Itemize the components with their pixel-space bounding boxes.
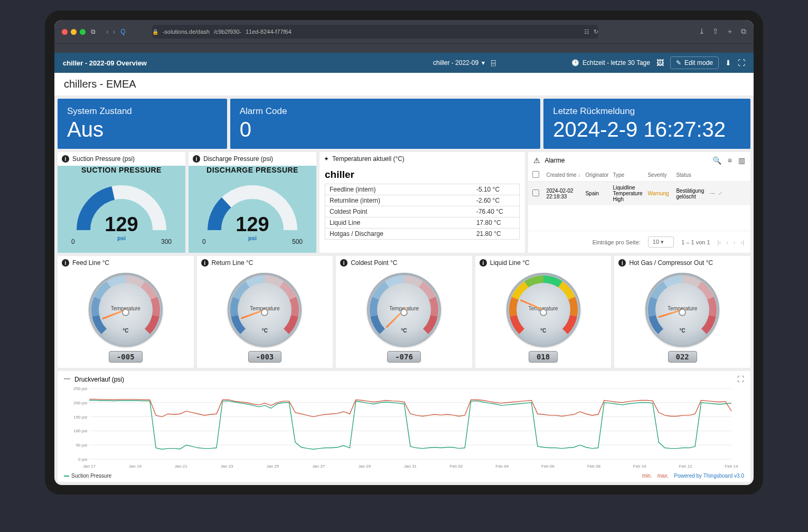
more-icon[interactable]: ⋯	[710, 191, 715, 196]
time-window[interactable]: 🕑 Echtzeit - letzte 30 Tage	[571, 59, 650, 66]
export-picture-icon[interactable]: 🖼	[656, 59, 664, 67]
columns-icon[interactable]: ▥	[738, 156, 745, 165]
app-header: chiller - 2022-09 Overview chiller - 202…	[54, 53, 754, 73]
devices-icon[interactable]: ⌸	[491, 59, 495, 67]
reader-icon[interactable]: ☷	[584, 28, 589, 35]
alarms-widget: ⚠ Alarme 🔍 ≡ ▥ Created time ↓ Originator…	[528, 152, 750, 253]
warning-icon: ⚠	[533, 156, 540, 165]
sidebar-icon[interactable]: ⧉	[91, 28, 96, 35]
kpi-label: Alarm Code	[240, 106, 531, 117]
round-dial: Temperature °C	[89, 273, 163, 347]
browser-chrome: ⧉ ‹› Q 🔒 -solutions.de/dash /c9b2f930- 1…	[54, 20, 754, 43]
svg-text:200 psi: 200 psi	[73, 401, 87, 405]
page-next-icon[interactable]: ›	[734, 239, 736, 245]
round-dial: Temperature °C	[506, 273, 580, 347]
temperature-gauge-widget: iFeed Line °C Temperature °C -005	[58, 256, 194, 368]
kpi-value: Aus	[67, 118, 218, 141]
line-chart[interactable]: 0 psi50 psi100 psi150 psi200 psi250 psiJ…	[64, 385, 744, 470]
svg-text:Feb 04: Feb 04	[495, 464, 509, 469]
info-icon[interactable]: i	[62, 259, 69, 267]
page-title: chillers - EMEA	[54, 73, 754, 96]
info-icon[interactable]: i	[62, 155, 69, 163]
legend-min: min.	[642, 473, 652, 479]
refresh-icon[interactable]: ↻	[594, 28, 598, 35]
pressure-gauge-widget: iSuction Pressure (psi) SUCTION PRESSURE…	[58, 152, 185, 253]
temperatures-widget: ✦Temperaturen aktuell (°C) chiller Feedl…	[320, 152, 525, 253]
svg-text:250 psi: 250 psi	[73, 386, 87, 391]
svg-text:Jan 31: Jan 31	[404, 464, 417, 469]
newtab-icon[interactable]: ＋	[726, 27, 734, 36]
page-first-icon[interactable]: |‹	[718, 239, 721, 245]
download-icon[interactable]: ⬇	[725, 59, 731, 67]
gauge-value: 129	[236, 213, 269, 236]
table-row: Coldest Point-76.40 °C	[325, 206, 520, 217]
gauge-lcd-value: 022	[668, 351, 697, 363]
kpi-label: Letzte Rückmeldung	[553, 106, 741, 117]
round-dial: Temperature °C	[228, 273, 302, 347]
nav-back-icon[interactable]: ‹	[106, 27, 109, 36]
svg-text:Jan 19: Jan 19	[129, 464, 142, 469]
info-icon[interactable]: i	[193, 155, 200, 163]
round-dial: Temperature °C	[367, 273, 441, 347]
chart-line-icon: 〰	[64, 376, 70, 383]
chevron-down-icon: ▾	[482, 59, 485, 66]
temperature-gauge-widget: iColdest Point °C Temperature °C -076	[336, 256, 472, 368]
gauge-lcd-value: -003	[248, 351, 282, 363]
info-icon[interactable]: i	[480, 259, 487, 267]
url-host: -solutions.de/dash	[163, 28, 210, 35]
table-row: Feedline (intern)-5.10 °C	[325, 184, 520, 195]
table-row: Returnline (intern)-2.60 °C	[325, 195, 520, 206]
row-checkbox[interactable]	[532, 189, 539, 196]
gauge-lcd-value: -076	[387, 351, 421, 363]
gauge-lcd-value: 018	[529, 351, 558, 363]
kpi-label: System Zustand	[67, 106, 218, 117]
temperature-gauge-widget: iReturn Line °C Temperature °C -003	[197, 256, 333, 368]
nav-forward-icon[interactable]: ›	[113, 27, 116, 36]
filter-icon[interactable]: ≡	[728, 156, 732, 165]
bookmark-bar	[54, 43, 754, 53]
svg-text:Feb 02: Feb 02	[449, 464, 463, 469]
info-icon[interactable]: i	[201, 259, 209, 267]
fullscreen-icon[interactable]: ⛶	[737, 375, 744, 383]
svg-text:50 psi: 50 psi	[76, 443, 88, 448]
url-path: /c9b2f930-	[214, 28, 241, 35]
temps-entity-title: chiller	[325, 168, 520, 184]
info-icon[interactable]: i	[340, 259, 347, 267]
url-bar[interactable]: 🔒 -solutions.de/dash /c9b2f930- 11ed-824…	[152, 25, 598, 39]
widget-title: Return Line °C	[212, 259, 253, 267]
tabs-icon[interactable]: ⧉	[741, 27, 746, 36]
temps-table: Feedline (intern)-5.10 °CReturnline (int…	[325, 184, 520, 240]
window-controls[interactable]	[62, 29, 86, 35]
legend-item[interactable]: Suction Pressure	[64, 473, 111, 479]
edit-mode-button[interactable]: ✎ Edit mode	[670, 56, 719, 69]
clock-icon: 🕑	[571, 59, 579, 66]
info-icon[interactable]: i	[618, 259, 626, 267]
alarm-row[interactable]: 2024-02-02 22:18:33 Spain Liquidline Tem…	[528, 182, 750, 205]
pencil-icon: ✎	[676, 59, 681, 66]
svg-text:Jan 17: Jan 17	[83, 464, 96, 469]
search-icon[interactable]: 🔍	[712, 156, 721, 165]
alarms-header-row: Created time ↓ Originator Type Severity …	[528, 169, 750, 182]
download-icon[interactable]: ⤓	[699, 27, 705, 36]
powered-by: Powered by Thingsboard v3.0	[674, 473, 744, 479]
kpi-card: Letzte Rückmeldung 2024-2-9 16:27:32	[543, 99, 750, 149]
ack-icon[interactable]: ✓	[718, 191, 722, 196]
svg-text:Feb 12: Feb 12	[679, 464, 692, 469]
pressure-gauge-widget: iDischarge Pressure (psi) DISCHARGE PRES…	[189, 152, 316, 253]
page-size-select[interactable]: 10 ▾	[648, 236, 674, 248]
svg-text:Feb 10: Feb 10	[633, 464, 646, 469]
kpi-card: Alarm Code 0	[230, 99, 541, 149]
select-all-checkbox[interactable]	[532, 171, 539, 178]
lock-icon: 🔒	[152, 29, 158, 35]
page-prev-icon[interactable]: ‹	[726, 239, 728, 245]
page-last-icon[interactable]: ›|	[740, 239, 744, 245]
entity-selector[interactable]: chiller - 2022-09 ▾	[433, 59, 485, 66]
share-icon[interactable]: ⇧	[712, 27, 719, 36]
gauge-lcd-value: -005	[109, 351, 143, 363]
fullscreen-icon[interactable]: ⛶	[738, 59, 745, 67]
svg-text:Jan 27: Jan 27	[312, 464, 325, 469]
widget-title: Coldest Point °C	[351, 259, 397, 267]
url-path: 11ed-8244-f77f64	[246, 28, 292, 35]
legend-max: max.	[657, 473, 669, 479]
widget-title: Suction Pressure (psi)	[72, 155, 135, 163]
